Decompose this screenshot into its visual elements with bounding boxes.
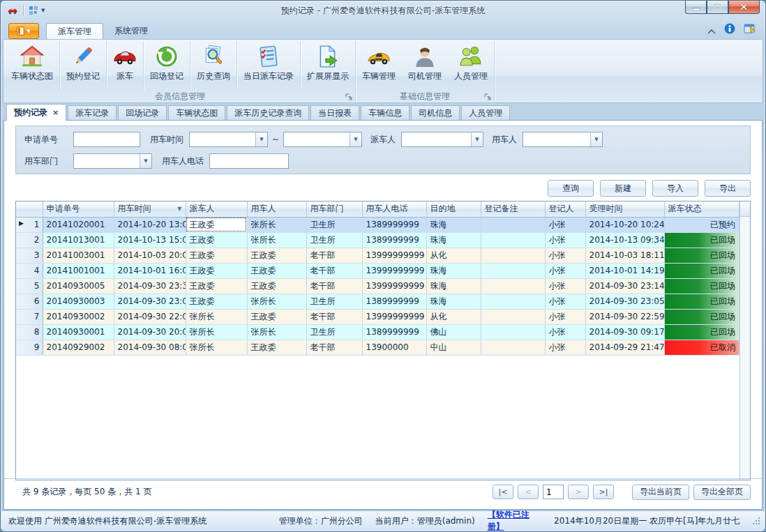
cell[interactable]: [481, 324, 545, 340]
cell[interactable]: [481, 263, 545, 278]
column-header-用车时间[interactable]: 用车时间▼: [114, 202, 186, 217]
doc-tab-人员管理[interactable]: 人员管理: [461, 105, 510, 121]
column-header-用车部门[interactable]: 用车部门: [306, 202, 362, 217]
cell[interactable]: 20141001001: [43, 263, 114, 278]
action-button-导入[interactable]: 导入: [652, 180, 698, 197]
column-header-派车状态[interactable]: 派车状态: [664, 202, 739, 217]
chevron-down-icon[interactable]: ▼: [471, 132, 483, 146]
use-time-from-select[interactable]: ▼: [189, 132, 268, 147]
last-page-button[interactable]: >|: [593, 485, 614, 499]
cell[interactable]: 小张: [545, 309, 585, 324]
cell[interactable]: 小张: [545, 340, 585, 355]
cell[interactable]: 20140930001: [43, 324, 114, 340]
cell[interactable]: 2014-10-13 15:00: [114, 232, 186, 248]
cell[interactable]: 王政委: [186, 294, 247, 309]
cell[interactable]: 20140929002: [43, 340, 114, 355]
ribbon-tab-1[interactable]: 系统管理: [103, 23, 159, 39]
cell[interactable]: 13999999999: [362, 248, 426, 263]
column-header-用车人[interactable]: 用车人: [247, 202, 306, 217]
cell[interactable]: 张所长: [186, 309, 247, 324]
cell[interactable]: 13900000: [362, 340, 426, 355]
export-current-page-button[interactable]: 导出当前页: [632, 485, 689, 500]
cell[interactable]: 1389999999: [362, 217, 426, 232]
export-all-pages-button[interactable]: 导出全部页: [693, 485, 751, 500]
cell[interactable]: 珠海: [426, 217, 481, 232]
doc-tab-派车记录[interactable]: 派车记录: [68, 105, 117, 121]
cell[interactable]: 小张: [545, 263, 585, 278]
cell[interactable]: 2014-09-29 21:47: [585, 340, 664, 355]
qat-dropdown-icon[interactable]: ▼: [41, 8, 45, 13]
cell[interactable]: 13999999999: [362, 309, 426, 324]
cell[interactable]: 13999999999: [362, 278, 426, 294]
column-header-登记人[interactable]: 登记人: [545, 202, 585, 217]
cell[interactable]: 张所长: [247, 217, 306, 232]
cell[interactable]: 小张: [545, 248, 585, 263]
cell[interactable]: 王政委: [247, 248, 306, 263]
doc-tab-车辆信息[interactable]: 车辆信息: [361, 105, 410, 121]
ribbon-button-扩展屏显示[interactable]: 扩展屏显示: [301, 41, 355, 91]
cell[interactable]: 老干部: [306, 278, 362, 294]
application-menu-button[interactable]: ▼: [8, 23, 39, 39]
table-row[interactable]: 2201410130012014-10-13 15:00王政委张所长卫生所138…: [16, 232, 739, 248]
doc-tab-派车历史记录查询[interactable]: 派车历史记录查询: [227, 105, 309, 121]
next-page-button[interactable]: >: [568, 485, 589, 499]
cell[interactable]: 王政委: [186, 217, 247, 232]
ribbon-button-车辆管理[interactable]: 车辆管理: [356, 41, 402, 91]
table-row[interactable]: 5201409300052014-09-30 23:30王政委王政委老干部139…: [16, 278, 739, 294]
cell[interactable]: [481, 340, 545, 355]
cell[interactable]: 张所长: [247, 294, 306, 309]
cell[interactable]: 卫生所: [306, 217, 362, 232]
cell[interactable]: 卫生所: [306, 294, 362, 309]
table-row[interactable]: 7201409300022014-09-30 22:00张所长王政委老干部139…: [16, 309, 739, 324]
column-header-用车人电话[interactable]: 用车人电话: [362, 202, 426, 217]
cell[interactable]: 小张: [545, 294, 585, 309]
table-row[interactable]: 4201410010012014-10-01 16:00王政委王政委老干部139…: [16, 263, 739, 278]
action-button-新建[interactable]: 新建: [600, 180, 646, 197]
cell[interactable]: 20140930005: [43, 278, 114, 294]
doc-tab-车辆状态图[interactable]: 车辆状态图: [168, 105, 225, 121]
cell[interactable]: 老干部: [306, 340, 362, 355]
chevron-down-icon[interactable]: ▼: [140, 154, 151, 168]
cell[interactable]: 王政委: [186, 232, 247, 248]
cell[interactable]: [481, 309, 545, 324]
cell[interactable]: 2014-10-20 13:00: [114, 217, 186, 232]
cell[interactable]: 20140930003: [43, 294, 114, 309]
cell[interactable]: 王政委: [186, 248, 247, 263]
cell[interactable]: 2014-10-01 16:00: [114, 263, 186, 278]
ribbon-button-车辆状态图[interactable]: 车辆状态图: [5, 41, 60, 91]
cell[interactable]: 1389999999: [362, 232, 426, 248]
cell[interactable]: 王政委: [186, 263, 247, 278]
cell[interactable]: 2014-10-03 20:00: [114, 248, 186, 263]
ribbon-button-派车[interactable]: 派车: [107, 41, 144, 91]
cell[interactable]: 张所长: [186, 324, 247, 340]
cell[interactable]: 王政委: [247, 309, 306, 324]
about-icon[interactable]: [744, 23, 756, 37]
resize-grip-icon[interactable]: [752, 517, 760, 525]
action-button-导出[interactable]: 导出: [705, 180, 751, 197]
table-row[interactable]: 8201409300012014-09-30 20:00张所长张所长卫生所138…: [16, 324, 739, 340]
cell[interactable]: 王政委: [186, 278, 247, 294]
column-header-登记备注[interactable]: 登记备注: [481, 202, 545, 217]
chevron-down-icon[interactable]: ▼: [255, 132, 267, 146]
use-time-to-select[interactable]: ▼: [283, 132, 362, 147]
user-phone-input[interactable]: [209, 153, 289, 169]
cell[interactable]: 珠海: [426, 263, 481, 278]
page-number-input[interactable]: [543, 485, 564, 499]
doc-tab-回场记录[interactable]: 回场记录: [118, 105, 167, 121]
close-button[interactable]: [728, 1, 760, 14]
ribbon-button-回场登记[interactable]: 回场登记: [144, 41, 190, 91]
dialog-launcher-icon[interactable]: [345, 93, 353, 101]
layout-grid-icon[interactable]: [29, 6, 38, 15]
ribbon-tab-0[interactable]: 派车管理: [46, 23, 103, 39]
column-header-目的地[interactable]: 目的地: [426, 202, 481, 217]
cell[interactable]: 13999999999: [362, 263, 426, 278]
cell[interactable]: 卫生所: [306, 232, 362, 248]
cell[interactable]: [481, 232, 545, 248]
chevron-down-icon[interactable]: ▼: [350, 132, 361, 146]
cell[interactable]: 佛山: [426, 324, 481, 340]
cell[interactable]: 1389999999: [362, 324, 426, 340]
cell[interactable]: 2014-09-30 23:30: [114, 278, 186, 294]
table-row[interactable]: 3201410030012014-10-03 20:00王政委王政委老干部139…: [16, 248, 739, 263]
cell[interactable]: 20141013001: [43, 232, 114, 248]
cell[interactable]: 2014-09-30 23:14: [585, 278, 664, 294]
